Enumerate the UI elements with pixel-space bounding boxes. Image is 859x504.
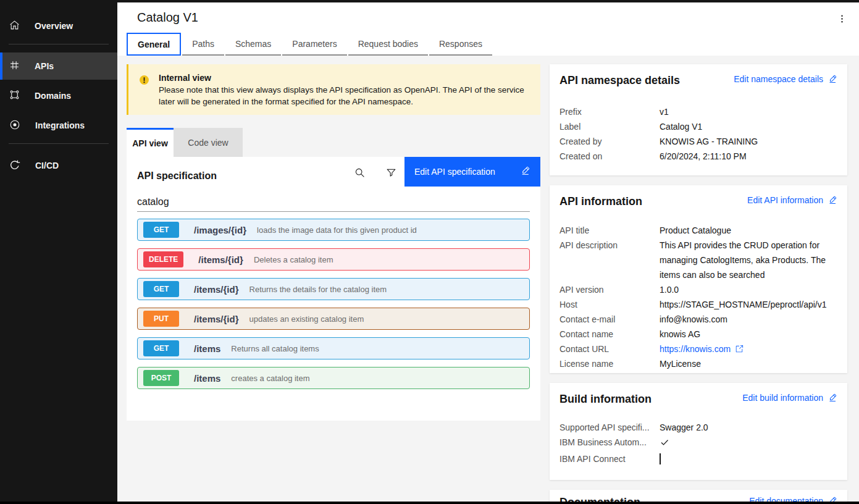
sidebar: Overview APIs Domains	[0, 0, 117, 504]
detail-row: API title Product Catalogue	[559, 223, 837, 238]
edit-api-specification-label: Edit API specification	[414, 167, 495, 177]
sidebar-item-cicd[interactable]: CI/CD	[0, 152, 117, 179]
http-method-badge: DELETE	[143, 251, 183, 267]
endpoint-description: updates an existing catalog item	[249, 314, 364, 324]
edit-namespace-details-link[interactable]: Edit namespace details	[734, 74, 837, 84]
http-method-badge: PUT	[143, 311, 179, 327]
endpoint-description: creates a catalog item	[231, 374, 309, 383]
banner-message: Please note that this view always displa…	[159, 84, 529, 107]
endpoint-description: Returns all catalog items	[231, 344, 319, 353]
sidebar-item-label: Integrations	[35, 120, 85, 130]
endpoint-row[interactable]: DELETE /items/{id} Deletes a catalog ite…	[137, 248, 530, 271]
endpoint-description: Deletes a catalog item	[254, 255, 333, 264]
endpoint-row[interactable]: POST /items creates a catalog item	[137, 367, 530, 389]
banner-title: Internal view	[159, 73, 530, 83]
card-title: Build information	[559, 393, 652, 406]
edit-api-information-link[interactable]: Edit API information	[747, 195, 837, 205]
detail-row: Contact URL https://knowis.com	[559, 342, 837, 356]
detail-row: IBM Business Autom...	[559, 435, 837, 452]
tab-code-view[interactable]: Code view	[174, 128, 243, 157]
endpoint-path: /items/{id}	[194, 314, 239, 324]
warning-banner: Internal view Please note that this view…	[127, 64, 540, 115]
checkmark-icon	[660, 435, 669, 452]
tab-schemas[interactable]: Schemas	[225, 33, 281, 56]
endpoint-list: GET /images/{id} loads the image data fo…	[137, 219, 530, 397]
detail-row: Created by KNOWIS AG - TRAINING	[559, 134, 837, 149]
bounding-box-icon	[9, 90, 20, 102]
spec-heading: API specification	[137, 170, 217, 182]
edit-pencil-icon	[828, 393, 837, 403]
endpoint-row[interactable]: PUT /items/{id} updates an existing cata…	[137, 308, 530, 330]
documentation-card: Documentation Edit documentation	[550, 490, 847, 502]
page-title: Catalog V1	[137, 10, 198, 25]
sidebar-item-overview[interactable]: Overview	[0, 12, 117, 40]
endpoint-row[interactable]: GET /items/{id} Returns the details for …	[137, 278, 530, 300]
circular-arrow-icon	[9, 159, 20, 172]
tab-responses[interactable]: Responses	[429, 33, 492, 56]
edit-pencil-icon	[520, 166, 530, 178]
detail-row: IBM API Connect	[559, 452, 837, 466]
http-method-badge: GET	[143, 281, 179, 297]
card-title: API information	[559, 195, 642, 208]
tab-parameters[interactable]: Parameters	[282, 33, 346, 56]
checkbox-unchecked-icon	[660, 453, 661, 464]
detail-row: Label Catalog V1	[559, 119, 837, 134]
http-method-badge: GET	[143, 340, 179, 356]
http-method-badge: POST	[143, 370, 179, 386]
endpoint-description: Returns the details for the catalog item	[249, 285, 387, 294]
detail-row: Prefix v1	[559, 104, 837, 119]
endpoint-row[interactable]: GET /items Returns all catalog items	[137, 337, 530, 359]
endpoint-path: /items	[194, 343, 220, 354]
sidebar-divider	[9, 44, 109, 44]
page-body: Internal view Please note that this view…	[117, 56, 859, 502]
detail-row: License name MyLicense	[559, 356, 837, 371]
tab-request-bodies[interactable]: Request bodies	[348, 33, 428, 56]
edit-documentation-link[interactable]: Edit documentation	[749, 496, 837, 502]
home-icon	[9, 20, 20, 32]
endpoint-path: /items	[194, 373, 220, 384]
sidebar-item-label: CI/CD	[35, 161, 59, 170]
window-top-edge	[0, 0, 859, 2]
edit-build-information-link[interactable]: Edit build information	[742, 393, 837, 403]
launch-icon	[735, 345, 744, 353]
edit-pencil-icon	[828, 496, 837, 502]
detail-row: Host https://STAGE_HOSTNAME/peproctl/api…	[559, 297, 837, 312]
api-namespace-details-card: API namespace details Edit namespace det…	[550, 64, 847, 175]
sidebar-item-domains[interactable]: Domains	[0, 82, 117, 109]
hash-icon	[9, 60, 20, 72]
app-window: Overview APIs Domains	[0, 0, 859, 504]
card-title: API namespace details	[559, 74, 680, 87]
edit-pencil-icon	[828, 195, 837, 205]
tab-general[interactable]: General	[127, 33, 181, 56]
sidebar-item-integrations[interactable]: Integrations	[0, 112, 117, 139]
search-icon[interactable]	[353, 166, 366, 179]
endpoint-row[interactable]: GET /images/{id} loads the image data fo…	[137, 219, 530, 241]
overflow-menu-icon[interactable]	[833, 10, 850, 27]
warning-icon	[139, 75, 149, 88]
endpoint-group-title: catalog	[137, 196, 169, 208]
endpoint-group-rule	[137, 211, 530, 212]
sidebar-divider	[9, 143, 109, 144]
tab-paths[interactable]: Paths	[182, 33, 224, 56]
tab-api-view[interactable]: API view	[127, 128, 174, 157]
endpoint-path: /items/{id}	[198, 254, 243, 265]
filter-icon[interactable]	[384, 166, 398, 179]
card-title: Documentation	[559, 496, 640, 502]
endpoint-description: loads the image data for this given prod…	[257, 225, 417, 235]
endpoint-path: /items/{id}	[194, 284, 239, 295]
content-header: Catalog V1 General Paths Schemas Paramet…	[117, 2, 859, 56]
contact-url-link[interactable]: https://knowis.com	[660, 342, 744, 356]
detail-row: Contact name knowis AG	[559, 327, 837, 342]
build-information-card: Build information Edit build information…	[550, 383, 847, 480]
sidebar-item-label: Overview	[35, 21, 73, 31]
detail-row: Contact e-mail info@knowis.com	[559, 312, 837, 327]
endpoint-path: /images/{id}	[194, 225, 246, 235]
window-bottom-edge	[0, 502, 859, 504]
edit-pencil-icon	[828, 74, 837, 84]
sidebar-item-apis[interactable]: APIs	[0, 52, 117, 80]
section-tabs: General Paths Schemas Parameters Request…	[127, 33, 493, 56]
detail-row: API description This API provides the CR…	[559, 238, 837, 282]
api-information-card: API information Edit API information API…	[550, 185, 847, 373]
api-specification-panel: API specification Edit API specification	[127, 157, 540, 421]
edit-api-specification-button[interactable]: Edit API specification	[404, 157, 540, 187]
